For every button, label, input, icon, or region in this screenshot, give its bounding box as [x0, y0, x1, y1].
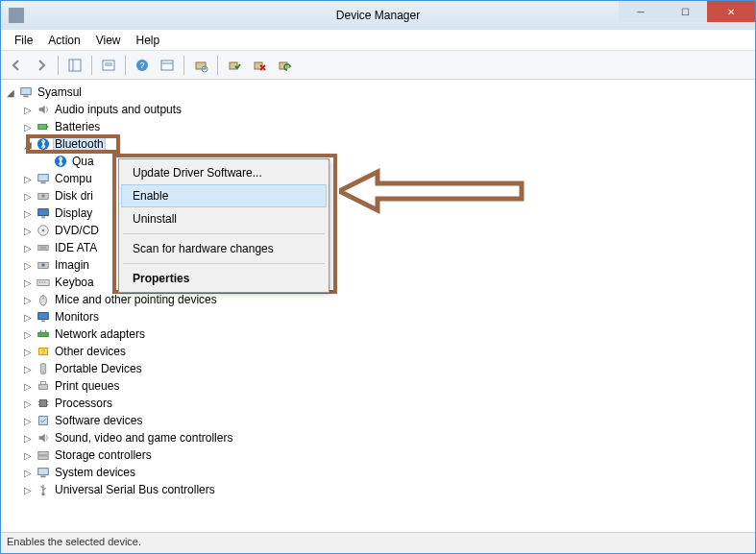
expander-icon[interactable]: ▷: [22, 226, 34, 236]
svg-rect-57: [38, 456, 49, 460]
uninstall-button[interactable]: [248, 54, 271, 77]
tree-item-label: Software devices: [53, 414, 144, 427]
update-driver-button[interactable]: [273, 54, 296, 77]
tree-root[interactable]: ◢Syamsul: [5, 84, 751, 101]
expander-icon[interactable]: ▷: [22, 433, 34, 444]
tree-item-label: Network adapters: [53, 327, 147, 341]
maximize-button[interactable]: ☐: [663, 1, 707, 22]
context-scan[interactable]: Scan for hardware changes: [121, 237, 327, 260]
expander-icon[interactable]: ▷: [22, 122, 34, 132]
tree-item-keyboard[interactable]: ▷Keyboa: [5, 274, 751, 291]
tree-item-label: System devices: [53, 466, 137, 479]
menu-help[interactable]: Help: [129, 32, 168, 49]
expander-icon[interactable]: ▷: [22, 243, 34, 253]
menu-view[interactable]: View: [88, 32, 129, 49]
tree-item-printer[interactable]: ▷Print queues: [5, 377, 751, 395]
tree-item-other[interactable]: ▷?Other devices: [5, 343, 751, 360]
context-uninstall[interactable]: Uninstall: [121, 207, 327, 230]
tree-item-label: Universal Serial Bus controllers: [53, 483, 217, 496]
expander-icon[interactable]: ▷: [22, 416, 34, 426]
app-icon: [9, 8, 24, 23]
tree-item-bluetooth[interactable]: ◢Bluetooth: [5, 135, 751, 153]
expander-icon[interactable]: ▷: [22, 364, 34, 374]
expander-icon[interactable]: ▷: [22, 347, 34, 357]
status-text: Enables the selected device.: [7, 536, 141, 547]
expander-icon[interactable]: ▷: [22, 398, 34, 409]
expander-icon[interactable]: ▷: [22, 174, 34, 184]
menubar: File Action View Help: [1, 30, 755, 51]
tree-item-label: IDE ATA: [53, 241, 99, 254]
scan-hardware-button[interactable]: [189, 54, 212, 77]
tree-item-display[interactable]: ▷Display: [5, 205, 751, 222]
tree-item-portable[interactable]: ▷Portable Devices: [5, 360, 751, 377]
device-tree[interactable]: ◢Syamsul▷Audio inputs and outputs▷Batter…: [5, 84, 751, 498]
tree-item-imaging[interactable]: ▷Imagin: [5, 256, 751, 274]
tree-item-ide[interactable]: ▷IDE ATA: [5, 239, 751, 256]
tree-item-usb[interactable]: ▷Universal Serial Bus controllers: [5, 481, 751, 498]
svg-rect-49: [40, 382, 45, 385]
window-controls: ─ ☐ ✕: [619, 1, 755, 30]
tree-item-computer[interactable]: ▷Compu: [5, 170, 751, 187]
svg-rect-16: [38, 124, 47, 129]
context-enable[interactable]: Enable: [121, 184, 327, 207]
menu-file[interactable]: File: [7, 32, 40, 49]
properties-button[interactable]: [97, 54, 120, 77]
tree-item-disk[interactable]: ▷Disk dri: [5, 187, 751, 205]
tree-item-dvd[interactable]: ▷DVD/CD: [5, 222, 751, 239]
toolbar-separator: [217, 56, 218, 75]
display-icon: [36, 205, 51, 221]
expander-icon[interactable]: ▷: [22, 295, 34, 305]
audio-icon: [36, 102, 51, 117]
show-hide-tree-button[interactable]: [63, 54, 86, 77]
help-button[interactable]: ?: [131, 54, 154, 77]
expander-icon[interactable]: ◢: [22, 139, 34, 150]
expander-icon[interactable]: ▷: [22, 485, 34, 495]
svg-rect-15: [23, 96, 28, 98]
tree-item-audio[interactable]: ▷Audio inputs and outputs: [5, 101, 751, 118]
tree-item-label: Bluetooth: [53, 136, 106, 152]
content-area: ◢Syamsul▷Audio inputs and outputs▷Batter…: [1, 80, 755, 532]
tree-item-battery[interactable]: ▷Batteries: [5, 118, 751, 135]
svg-text:?: ?: [139, 60, 144, 70]
tree-item-mouse[interactable]: ▷Mice and other pointing devices: [5, 291, 751, 308]
context-properties[interactable]: Properties: [121, 267, 327, 290]
tree-item-label: Imagin: [53, 258, 91, 272]
minimize-button[interactable]: ─: [619, 1, 663, 22]
tree-item-bluetooth[interactable]: Qua: [5, 153, 751, 170]
other-icon: ?: [36, 344, 51, 359]
tree-item-network[interactable]: ▷Network adapters: [5, 325, 751, 343]
close-button[interactable]: ✕: [707, 1, 755, 22]
tree-item-label: Sound, video and game controllers: [53, 431, 234, 445]
tree-item-system[interactable]: ▷System devices: [5, 464, 751, 481]
back-button[interactable]: [5, 54, 28, 77]
tree-item-sound[interactable]: ▷Sound, video and game controllers: [5, 429, 751, 446]
forward-button[interactable]: [30, 54, 53, 77]
context-update-driver[interactable]: Update Driver Software...: [121, 161, 327, 184]
enable-button[interactable]: [223, 54, 246, 77]
toolbar-button[interactable]: [156, 54, 179, 77]
tree-item-monitor[interactable]: ▷Monitors: [5, 308, 751, 325]
svg-rect-17: [47, 126, 49, 128]
context-separator: [123, 233, 325, 234]
expander-icon[interactable]: ▷: [22, 208, 34, 219]
svg-rect-40: [41, 321, 45, 323]
expander-icon[interactable]: ▷: [22, 381, 34, 392]
svg-rect-0: [69, 60, 81, 71]
expander-icon[interactable]: ▷: [22, 191, 34, 202]
expander-icon[interactable]: ▷: [22, 450, 34, 461]
tree-item-cpu[interactable]: ▷Processors: [5, 395, 751, 412]
tree-item-storage[interactable]: ▷Storage controllers: [5, 446, 751, 464]
expander-icon[interactable]: ▷: [22, 329, 34, 340]
toolbar-separator: [58, 56, 59, 75]
expander-icon[interactable]: ▷: [22, 468, 34, 478]
expander-icon[interactable]: ▷: [22, 312, 34, 323]
expander-icon[interactable]: ▷: [22, 105, 34, 115]
menu-action[interactable]: Action: [40, 32, 87, 49]
svg-rect-58: [38, 469, 49, 475]
expander-icon[interactable]: ▷: [22, 277, 34, 288]
computer-icon: [36, 171, 51, 186]
context-separator: [123, 263, 325, 264]
tree-item-software[interactable]: ▷Software devices: [5, 412, 751, 429]
svg-rect-48: [39, 384, 48, 389]
expander-icon[interactable]: ▷: [22, 260, 34, 271]
